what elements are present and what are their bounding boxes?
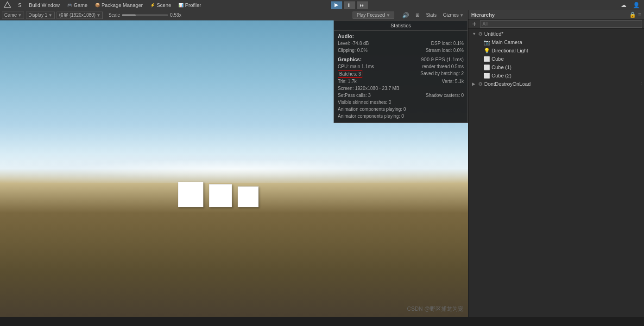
play-focused-btn[interactable]: Play Focused ▼ <box>353 12 395 19</box>
cloud-icon[interactable]: ☁ <box>619 1 629 9</box>
mute-btn[interactable]: 🔊 <box>400 11 411 19</box>
watermark: CSDN @野区捕龙为宠 <box>407 305 463 313</box>
scale-slider-track[interactable] <box>122 14 168 16</box>
clipping-label: Clipping: 0.0% <box>338 47 367 54</box>
scale-value: 0.53x <box>170 13 181 18</box>
hier-item-untitled[interactable]: ▼ ⚙ Untitled* <box>468 30 644 38</box>
play-focused-chevron: ▼ <box>386 13 390 18</box>
audio-header: Audio: <box>338 33 464 39</box>
batches-highlight: Batches: 3 <box>338 70 362 78</box>
setpass-row: SetPass calls: 3 Shadow casters: 0 <box>338 92 464 99</box>
dontdestroy-icon: ⚙ <box>478 81 483 87</box>
horizon-glow <box>0 155 468 183</box>
hierarchy-search[interactable] <box>480 20 642 28</box>
setpass-label: SetPass calls: 3 <box>338 92 371 99</box>
svg-marker-0 <box>4 2 11 7</box>
audio-clipping-row: Clipping: 0.0% Stream load: 0.0% <box>338 47 464 54</box>
batches-row: Batches: 3 Saved by batching: 2 <box>338 70 464 78</box>
verts-label: Verts: 5.1k <box>442 78 464 85</box>
audio-level-row: Level: -74.8 dB DSP load: 0.1% <box>338 40 464 47</box>
build-window-btn[interactable]: Build Window <box>26 2 62 8</box>
game-tab-chevron: ▼ <box>18 13 22 18</box>
stream-load: Stream load: 0.0% <box>426 47 464 54</box>
hierarchy-toolbar: + <box>468 19 644 29</box>
main-layout: Game ▼ Display 1 ▼ 横屏 (1920x1080) ▼ Scal… <box>0 10 644 317</box>
hier-item-cube[interactable]: ⬜ Cube <box>468 55 644 63</box>
hier-item-directional-light[interactable]: 💡 Directional Light <box>468 46 644 55</box>
gizmos-chevron: ▼ <box>460 13 464 18</box>
batches-label: Batches: 3 <box>338 70 362 78</box>
tris-label: Tris: 1.7k <box>338 78 357 85</box>
scale-slider-fill <box>122 14 136 16</box>
dontdestroy-dots[interactable]: ⋮ <box>639 82 644 87</box>
graphics-header: Graphics: <box>338 57 361 62</box>
game-canvas: Statistics Audio: Level: -74.8 dB DSP lo… <box>0 20 468 317</box>
light-icon: 💡 <box>484 48 490 54</box>
hier-item-main-camera[interactable]: 📷 Main Camera <box>468 38 644 46</box>
aspect-ratio-btn[interactable]: ⊞ <box>413 12 422 19</box>
tris-verts-row: Tris: 1.7k Verts: 5.1k <box>338 78 464 85</box>
lock-icon[interactable]: 🔒 <box>629 12 636 18</box>
fps-display: 900.9 FPS (1.1ms) <box>421 57 464 62</box>
stats-title: Statistics <box>334 21 467 31</box>
hier-item-dontdestroy[interactable]: ▶ ⚙ DontDestroyOnLoad ⋮ <box>468 80 644 88</box>
play-button[interactable]: ▶ <box>330 1 342 9</box>
untitled-label: Untitled* <box>484 31 504 37</box>
gizmos-btn[interactable]: Gizmos ▼ <box>441 12 466 19</box>
top-toolbar: S Build Window 🎮 Game 📦 Package Manager … <box>0 0 644 10</box>
dsp-load: DSP load: 0.1% <box>431 40 464 47</box>
cube-3 <box>238 186 259 207</box>
hier-item-cube1[interactable]: ⬜ Cube (1) <box>468 63 644 71</box>
hierarchy-header: Hierarchy 🔒 ≡ <box>468 10 644 19</box>
game-tab-selector[interactable]: Game ▼ <box>2 12 24 19</box>
cube1-label: Cube (1) <box>492 64 511 70</box>
unity-logo[interactable] <box>2 1 13 9</box>
directional-light-label: Directional Light <box>492 48 528 53</box>
panel-icons: 🔒 ≡ <box>629 12 641 18</box>
toolbar-item-s[interactable]: S <box>16 2 24 8</box>
render-thread: render thread 0.5ms <box>422 63 464 70</box>
shadow-casters: Shadow casters: 0 <box>426 92 464 99</box>
cube-1 <box>178 182 203 207</box>
add-hierarchy-btn[interactable]: + <box>470 20 478 28</box>
scene-icon: ⚙ <box>478 31 483 37</box>
hier-item-cube2[interactable]: ⬜ Cube (2) <box>468 71 644 80</box>
dontdestroy-arrow: ▶ <box>472 82 477 86</box>
step-button[interactable]: ⏭ <box>356 1 368 9</box>
stats-btn[interactable]: Stats <box>423 12 439 19</box>
scale-label: Scale <box>108 13 120 18</box>
hierarchy-title: Hierarchy <box>471 12 495 18</box>
stats-panel: Statistics Audio: Level: -74.8 dB DSP lo… <box>334 20 468 123</box>
cube-icon: ⬜ <box>484 56 490 62</box>
profiler-btn[interactable]: 📊 Profiler <box>176 2 203 8</box>
game-toolbar: Game ▼ Display 1 ▼ 横屏 (1920x1080) ▼ Scal… <box>0 10 468 20</box>
game-tab-btn[interactable]: 🎮 Game <box>65 2 90 8</box>
game-view: Game ▼ Display 1 ▼ 横屏 (1920x1080) ▼ Scal… <box>0 10 468 317</box>
package-manager-btn[interactable]: 📦 Package Manager <box>93 2 145 8</box>
animation-row: Animation components playing: 0 <box>338 106 464 113</box>
cube-label: Cube <box>492 56 504 62</box>
toolbar-right: 🔊 ⊞ Stats Gizmos ▼ <box>400 11 466 19</box>
cpu-row: CPU: main 1.1ms render thread 0.5ms <box>338 63 464 70</box>
scale-control: Scale 0.53x <box>108 13 181 18</box>
animator-row: Animator components playing: 0 <box>338 113 464 120</box>
cube1-icon: ⬜ <box>484 64 490 70</box>
display-chevron: ▼ <box>48 13 52 18</box>
cpu-main: CPU: main 1.1ms <box>338 63 374 70</box>
pause-button[interactable]: ⏸ <box>343 1 355 9</box>
saved-batching: Saved by batching: 2 <box>421 70 464 78</box>
cube-2 <box>209 184 232 207</box>
dontdestroy-label: DontDestroyOnLoad <box>484 81 530 87</box>
play-controls: ▶ ⏸ ⏭ <box>330 1 368 9</box>
resolution-selector[interactable]: 横屏 (1920x1080) ▼ <box>57 12 103 19</box>
cube2-icon: ⬜ <box>484 73 490 79</box>
screen-row: Screen: 1920x1080 - 23.7 MB <box>338 85 464 92</box>
scene-btn[interactable]: ⚡ Scene <box>148 2 173 8</box>
cube2-label: Cube (2) <box>492 73 511 78</box>
hierarchy-list: ▼ ⚙ Untitled* 📷 Main Camera 💡 Directiona… <box>468 29 644 317</box>
account-icon[interactable]: 👤 <box>631 1 642 9</box>
level-label: Level: -74.8 dB <box>338 40 369 47</box>
display-selector[interactable]: Display 1 ▼ <box>26 12 55 19</box>
untitled-arrow: ▼ <box>472 32 477 36</box>
menu-icon[interactable]: ≡ <box>638 12 641 18</box>
